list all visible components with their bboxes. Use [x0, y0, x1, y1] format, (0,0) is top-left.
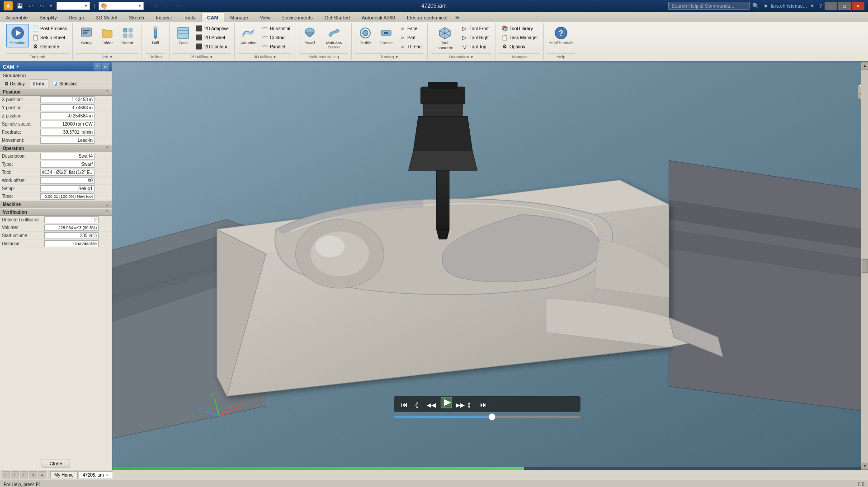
face-btn[interactable]: Face: [173, 24, 193, 47]
verification-section-header[interactable]: Verification ⌃: [0, 208, 112, 216]
redo-quick-btn[interactable]: ↪: [37, 2, 46, 10]
part-btn[interactable]: ○ Part: [397, 33, 424, 42]
2d-contour-btn[interactable]: ⬛ 2D Contour: [194, 42, 231, 51]
job-dropdown-arrow[interactable]: ▼: [109, 55, 113, 59]
viewport[interactable]: TOP FRONT RIGHT X Y Z ⏮ ⟪ ◀◀ ▶▶ ⟫: [112, 62, 868, 470]
scroll-down-btn[interactable]: ▼: [861, 463, 868, 470]
help-btn[interactable]: ?: [819, 3, 822, 9]
user-name[interactable]: lars.christense...: [771, 3, 807, 9]
tab-info[interactable]: ℹ Info: [29, 80, 48, 88]
myhome-tab[interactable]: My Home: [50, 471, 78, 478]
tab-manage[interactable]: Manage: [224, 13, 254, 22]
material-action-btn3[interactable]: ✕: [173, 2, 182, 10]
scroll-track[interactable]: [861, 70, 868, 258]
minimize-btn[interactable]: ─: [825, 2, 837, 10]
view-btn5[interactable]: ▴: [38, 471, 46, 478]
overflow-btn[interactable]: ≡: [455, 14, 459, 22]
cam-panel-help-btn[interactable]: ?: [94, 63, 101, 70]
2dmilling-arrow[interactable]: ▼: [209, 55, 213, 59]
tool-front-btn[interactable]: ▷ Tool Front: [459, 24, 491, 33]
scroll-up-btn[interactable]: ▲: [861, 62, 868, 70]
title-bar: A 💾 ↩ ↪ ▼ ◈ Material ▼ | 🎨 Appearance ▼ …: [0, 0, 868, 12]
orientation-group-label: Orientation ▼: [431, 53, 491, 59]
help-tutorials-label: Help/Tutorials: [548, 41, 573, 46]
horizontal-btn[interactable]: 〰 Horizontal: [259, 24, 292, 33]
tab-design[interactable]: Design: [63, 13, 90, 22]
task-manager-btn[interactable]: 📋 Task Manager: [499, 33, 540, 42]
material-action-btn1[interactable]: ⚙: [152, 2, 161, 10]
tab-simplify[interactable]: Simplify: [33, 13, 63, 22]
tab-getstarted[interactable]: Get Started: [319, 13, 356, 22]
tab-tools[interactable]: Tools: [178, 13, 201, 22]
parallel-btn[interactable]: 〰 Parallel: [259, 42, 292, 51]
tool-isometric-btn[interactable]: Tool Isometric: [431, 24, 458, 52]
cam-panel-dropdown-arrow[interactable]: ▼: [16, 65, 19, 69]
view-btn3[interactable]: ⊟: [20, 471, 28, 478]
orientation-arrow[interactable]: ▼: [470, 55, 474, 59]
svg-rect-12: [154, 27, 157, 28]
drill-btn[interactable]: Drill: [146, 24, 165, 47]
position-section-header[interactable]: Position ⌃: [0, 88, 112, 96]
contour-btn[interactable]: 〰 Contour: [259, 33, 292, 42]
3dmilling-arrow[interactable]: ▼: [273, 55, 276, 59]
tab-assemble[interactable]: Assemble: [0, 13, 33, 22]
cam-panel-close-btn[interactable]: ✕: [102, 63, 109, 70]
setup-btn[interactable]: Setup: [76, 24, 96, 47]
face-icon: [176, 26, 190, 40]
undo-quick-btn[interactable]: ↩: [26, 2, 35, 10]
tab-statistics[interactable]: 📊 Statistics: [48, 80, 81, 88]
tool-right-btn[interactable]: ▷ Tool Right: [459, 33, 491, 42]
tab-autodesk360[interactable]: Autodesk A360: [356, 13, 401, 22]
restore-btn[interactable]: □: [838, 2, 851, 10]
options-btn[interactable]: ⚙ Options: [499, 42, 540, 51]
thread-btn[interactable]: ○ Thread: [397, 42, 424, 51]
operation-section-header[interactable]: Operation ⌃: [0, 145, 112, 152]
tool-library-btn[interactable]: 📚 Tool Library: [499, 24, 540, 33]
material-action-btn2[interactable]: ✓: [163, 2, 172, 10]
user-dropdown-arrow[interactable]: ▼: [810, 3, 815, 9]
view-btn1[interactable]: ⊞: [2, 471, 10, 478]
groove-btn[interactable]: Groove: [376, 24, 396, 47]
pattern-btn[interactable]: Pattern: [118, 24, 138, 47]
tab-inspect[interactable]: Inspect: [150, 13, 178, 22]
close-window-btn[interactable]: ✕: [852, 2, 864, 10]
tab-3dmodel[interactable]: 3D Model: [90, 13, 123, 22]
setup-sheet-btn[interactable]: 📋 Setup Sheet: [30, 33, 69, 42]
appearance-dropdown[interactable]: 🎨 Appearance ▼: [99, 2, 144, 10]
post-process-btn[interactable]: 📄 Post Process: [30, 24, 69, 33]
save-quick-btn[interactable]: 💾: [15, 2, 24, 10]
turning-face-btn[interactable]: ○ Face: [397, 24, 424, 33]
multiaxis-contour-btn[interactable]: Multi-Axis Contour: [321, 24, 348, 51]
tool-top-btn[interactable]: ▽ Tool Top: [459, 42, 491, 51]
file-tab-close[interactable]: ✕: [106, 473, 109, 477]
tab-electromechanical[interactable]: Electromechanical: [401, 13, 453, 22]
tab-cam[interactable]: CAM: [201, 13, 224, 22]
profile-btn[interactable]: Profile: [355, 24, 375, 47]
scroll-track-lower[interactable]: [861, 274, 868, 463]
close-panel-btn[interactable]: Close: [42, 459, 70, 468]
svg-rect-7: [129, 28, 132, 32]
simulate-btn[interactable]: Simulate: [6, 24, 29, 47]
search-input[interactable]: [668, 2, 750, 10]
material-dropdown[interactable]: ◈ Material ▼: [57, 2, 90, 10]
setup-field-label: Setup:: [0, 184, 38, 192]
tab-view[interactable]: View: [254, 13, 277, 22]
left-panel: CAM ▼ ? ✕ Simulation 🖥 Display ℹ Info 📊 …: [0, 62, 112, 470]
quick-access-dropdown[interactable]: ▼: [49, 4, 53, 8]
2d-adaptive-btn[interactable]: ⬛ 2D Adaptive: [194, 24, 231, 33]
generate-btn[interactable]: ⚙ Generate: [30, 42, 69, 51]
tab-display[interactable]: 🖥 Display: [0, 80, 29, 88]
file-tab[interactable]: 47205.iam ✕: [79, 471, 113, 478]
view-btn4[interactable]: ⊞: [29, 471, 37, 478]
machine-section-header[interactable]: Machine ⌄: [0, 201, 112, 208]
help-tutorials-btn[interactable]: ? Help/Tutorials: [547, 24, 575, 47]
tab-environments[interactable]: Environments: [276, 13, 318, 22]
view-btn2[interactable]: ⊡: [11, 471, 19, 478]
folder-btn[interactable]: Folder: [97, 24, 117, 47]
turning-arrow[interactable]: ▼: [395, 55, 399, 59]
adaptive-btn[interactable]: Adaptive: [238, 24, 259, 47]
2d-pocket-btn[interactable]: ⬛ 2D Pocket: [194, 33, 231, 42]
tab-sketch[interactable]: Sketch: [123, 13, 150, 22]
scroll-thumb[interactable]: [862, 259, 868, 273]
swarf-btn[interactable]: Swarf: [300, 24, 320, 47]
